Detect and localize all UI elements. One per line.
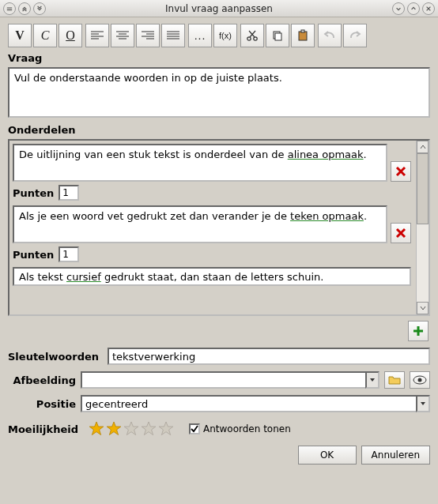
delete-onderdeel-button[interactable] — [391, 161, 411, 182]
formula-button[interactable]: f(x) — [213, 24, 237, 47]
align-justify-button[interactable] — [161, 24, 185, 47]
punten-label: Punten — [13, 249, 54, 261]
undo-button[interactable] — [318, 24, 342, 47]
sleutelwoorden-input[interactable]: tekstverwerking — [108, 348, 430, 365]
difficulty-stars[interactable] — [88, 420, 175, 438]
answer-span: alinea opmaak — [288, 149, 364, 160]
paste-button[interactable] — [291, 24, 315, 47]
scroll-up-icon[interactable] — [417, 141, 429, 153]
antwoorden-tonen-label: Antwoorden tonen — [203, 423, 291, 434]
svg-rect-2 — [7, 9, 12, 10]
align-left-button[interactable] — [85, 24, 109, 47]
positie-input[interactable]: gecentreerd — [81, 395, 416, 412]
star-icon[interactable] — [105, 420, 123, 438]
align-center-button[interactable] — [111, 24, 134, 47]
afbeelding-combo[interactable] — [81, 371, 379, 389]
antwoorden-tonen-checkbox[interactable] — [189, 423, 200, 434]
svg-rect-26 — [275, 33, 281, 40]
onderdeel-text[interactable]: Als je een woord vet gedrukt zet dan ver… — [13, 205, 387, 243]
afbeelding-input[interactable] — [81, 371, 365, 389]
svg-point-21 — [247, 37, 251, 40]
star-icon[interactable] — [123, 420, 140, 438]
minimize-icon[interactable] — [392, 2, 405, 15]
chevron-down-icon[interactable] — [416, 395, 430, 412]
scroll-down-icon[interactable] — [417, 302, 429, 314]
svg-marker-41 — [124, 422, 138, 435]
chevron-down-icon[interactable] — [365, 371, 379, 389]
svg-rect-0 — [7, 7, 12, 8]
browse-folder-button[interactable] — [384, 371, 405, 389]
svg-rect-27 — [299, 32, 307, 40]
moeilijkheid-label: Moeilijkheid — [8, 423, 78, 435]
svg-marker-43 — [159, 422, 173, 435]
more-button[interactable]: ... — [188, 24, 212, 47]
align-right-button[interactable] — [136, 24, 160, 47]
vraag-label: Vraag — [8, 52, 430, 64]
titlebar-up-icon[interactable] — [18, 2, 31, 15]
maximize-icon[interactable] — [407, 2, 420, 15]
positie-combo[interactable]: gecentreerd — [81, 395, 430, 412]
sleutelwoorden-label: Sleutelwoorden — [8, 351, 103, 363]
punten-input[interactable]: 1 — [59, 185, 79, 201]
cut-button[interactable] — [240, 24, 264, 47]
onderdelen-scrollbar[interactable] — [416, 141, 429, 314]
copy-button[interactable] — [266, 24, 289, 47]
svg-marker-42 — [142, 422, 156, 435]
svg-marker-39 — [89, 422, 104, 435]
scroll-thumb[interactable] — [417, 153, 429, 224]
star-icon[interactable] — [157, 420, 175, 438]
positie-label: Positie — [8, 398, 76, 410]
svg-point-37 — [418, 378, 422, 382]
afbeelding-label: Afbeelding — [8, 374, 76, 386]
svg-marker-38 — [421, 402, 425, 405]
onderdeel-text[interactable]: Als tekst cursief gedrukt staat, dan sta… — [13, 267, 411, 286]
redo-button[interactable] — [343, 24, 367, 47]
svg-rect-1 — [7, 9, 12, 9]
underline-button[interactable]: O — [59, 24, 82, 47]
star-icon[interactable] — [140, 420, 157, 438]
svg-line-23 — [250, 31, 255, 37]
titlebar-menu-icon[interactable] — [3, 2, 16, 15]
add-onderdeel-button[interactable] — [408, 321, 429, 341]
bold-button[interactable]: V — [8, 24, 32, 47]
punten-label: Punten — [13, 187, 54, 199]
italic-button[interactable]: C — [33, 24, 57, 47]
titlebar-down-icon[interactable] — [33, 2, 46, 15]
svg-rect-28 — [301, 30, 304, 32]
onderdelen-label: Onderdelen — [8, 124, 430, 136]
vraag-textarea[interactable]: Vul de onderstaande woorden in op de jui… — [8, 67, 430, 118]
onderdelen-panel: De uitlijning van een stuk tekst is onde… — [8, 139, 430, 316]
window-title: Invul vraag aanpassen — [46, 3, 392, 14]
svg-marker-40 — [107, 422, 121, 435]
svg-point-22 — [254, 37, 257, 40]
onderdeel-text[interactable]: De uitlijning van een stuk tekst is onde… — [13, 144, 387, 182]
cancel-button[interactable]: Annuleren — [361, 446, 430, 465]
ok-button[interactable]: OK — [298, 446, 357, 465]
format-toolbar: V C O ... f(x) — [8, 24, 430, 47]
star-icon[interactable] — [88, 420, 105, 438]
preview-eye-button[interactable] — [410, 371, 430, 389]
titlebar: Invul vraag aanpassen — [0, 0, 438, 17]
svg-marker-35 — [370, 378, 375, 382]
close-icon[interactable] — [422, 2, 435, 15]
answer-span: cursief — [66, 271, 101, 283]
delete-onderdeel-button[interactable] — [391, 223, 411, 243]
svg-line-24 — [249, 31, 255, 37]
answer-span: teken opmaak — [290, 210, 364, 222]
punten-input[interactable]: 1 — [59, 246, 79, 262]
